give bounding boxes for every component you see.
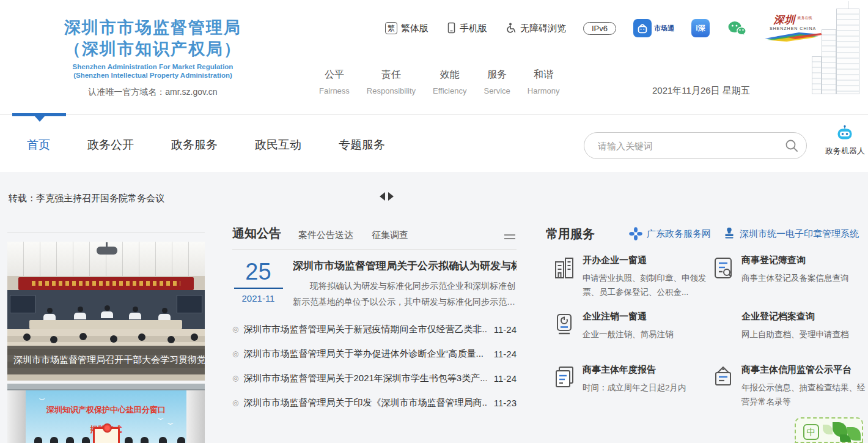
featured-date-rule xyxy=(234,288,283,289)
site-logo[interactable]: 深圳市市场监督管理局 （深圳市知识产权局） Shenzhen Administr… xyxy=(15,17,290,98)
search-box xyxy=(584,132,807,159)
value-efficiency: 效能 Efficiency xyxy=(433,69,466,95)
core-values-row: 公平 Fairness 责任 Responsibility 效能 Efficie… xyxy=(319,69,577,95)
value-responsibility: 责任 Responsibility xyxy=(367,69,416,95)
search-input[interactable] xyxy=(584,141,777,151)
notice-item[interactable]: ◎ 深圳市市场监督管理局关于2021年深圳市学生书包等3类产... 11-24 xyxy=(232,366,517,390)
signboard-icon xyxy=(712,365,734,409)
utility-bar: 繁 繁体版 手机版 无障碍浏览 IPv6 xyxy=(385,17,822,39)
bullet-icon: ◎ xyxy=(232,398,238,407)
ishenzhen-app-link[interactable]: i深 xyxy=(691,19,710,37)
ipv6-badge[interactable]: IPv6 xyxy=(583,22,616,35)
news-ticker[interactable]: 转载：李克强主持召开国务院常务会议 xyxy=(9,193,164,204)
notice-item[interactable]: ◎ 深圳市市场监督管理局关于新冠疫情期间全市仅经营乙类非... 11-24 xyxy=(232,317,517,341)
service-open-business[interactable]: 开办企业一窗通 申请营业执照、刻制印章、申领发票、员工参保登记、公积金... xyxy=(553,255,714,299)
page: 深圳市市场监督管理局 （深圳市知识产权局） Shenzhen Administr… xyxy=(0,0,868,443)
ishenzhen-app-icon: i深 xyxy=(691,19,710,37)
document-search-icon xyxy=(712,256,734,285)
site-title-cn-2: （深圳市知识产权局） xyxy=(15,39,290,60)
notice-item[interactable]: ◎ 深圳市市场监督管理局关于举办促进体外诊断企业“高质量... 11-24 xyxy=(232,341,517,366)
nav-item-gov-affairs[interactable]: 政务公开 xyxy=(87,137,134,153)
market-app-icon xyxy=(633,19,652,37)
current-date: 2021年11月26日 星期五 xyxy=(652,85,750,97)
service-deregistration[interactable]: 企业注销一窗通 企业一般注销、简易注销 xyxy=(553,311,714,341)
photo2-beam xyxy=(7,384,205,390)
report-icon xyxy=(553,365,575,395)
wechat-icon xyxy=(727,20,746,37)
photo2-plaque xyxy=(93,427,120,443)
notices-section: 通知公告 案件公告送达 征集调查 25 2021-11 深圳市市场监督管理局关于… xyxy=(232,225,517,415)
traditional-chinese-link[interactable]: 繁 繁体版 xyxy=(385,22,428,34)
featured-day: 25 xyxy=(232,259,284,285)
notices-more-icon[interactable] xyxy=(504,232,515,239)
floating-widget[interactable]: 中 xyxy=(795,417,863,443)
buildings-icon xyxy=(553,256,575,299)
photo2-banner-line1: 深圳知识产权保护中心盐田分窗口 xyxy=(26,404,186,415)
official-domain-note: 认准唯一官方域名：amr.sz.gov.cn xyxy=(15,87,290,98)
mobile-label: 手机版 xyxy=(460,23,487,34)
traditional-icon: 繁 xyxy=(385,22,397,34)
photo-projector xyxy=(97,247,117,255)
notices-title: 通知公告 xyxy=(232,225,281,242)
header: 深圳市市场监督管理局 （深圳市知识产权局） Shenzhen Administr… xyxy=(0,0,868,114)
market-app-label: 市场通 xyxy=(654,24,674,33)
search-icon[interactable] xyxy=(777,138,806,153)
value-service: 服务 Service xyxy=(484,69,510,95)
photo-carousel: 深圳市市场监督管理局召开干部大会学习贯彻党的十... ﹀ ﹀ ﹀ 深圳知识产权保… xyxy=(7,233,205,443)
site-title-en-1: Shenzhen Administration For Market Regul… xyxy=(15,62,290,71)
power-icon xyxy=(553,312,575,341)
ipv6-label: IPv6 xyxy=(583,22,616,35)
market-app-link[interactable]: 市场通 xyxy=(633,19,674,37)
nav-item-interaction[interactable]: 政民互动 xyxy=(255,137,301,153)
ticker-next-icon[interactable] xyxy=(388,192,394,201)
service-annual-report[interactable]: 商事主体年度报告 时间：成立周年之日起2月内 xyxy=(553,364,714,395)
nav-item-gov-services[interactable]: 政务服务 xyxy=(171,137,218,153)
services-title: 常用服务 xyxy=(546,226,595,242)
notices-divider xyxy=(232,249,517,250)
mobile-version-link[interactable]: 手机版 xyxy=(446,22,487,34)
gov-robot-entry[interactable]: 政务机器人 xyxy=(825,125,864,157)
wheelchair-icon xyxy=(504,22,517,34)
nav-item-home[interactable]: 首页 xyxy=(27,137,50,153)
main-nav: 首页 政务公开 政务服务 政民互动 专题服务 政务机器人 xyxy=(0,114,868,172)
site-title-en-2: (Shenzhen Intellectual Property Administ… xyxy=(15,71,290,80)
services-section: 常用服务 广东政务服务网 深圳市统一电子印章管理系统 xyxy=(546,225,859,437)
carousel-divider xyxy=(7,233,205,233)
bullet-icon: ◎ xyxy=(232,374,238,382)
service-registry-search[interactable]: 商事登记簿查询 商事主体登记及备案信息查询 xyxy=(712,255,868,285)
pinwheel-icon xyxy=(629,227,642,240)
link-guangdong-gov-service[interactable]: 广东政务服务网 xyxy=(629,227,711,240)
content-area: 转载：李克强主持召开国务院常务会议 xyxy=(0,172,868,443)
bullet-icon: ◎ xyxy=(232,325,238,333)
photo2-pillar-right xyxy=(186,390,205,443)
widget-zhong-label: 中 xyxy=(803,424,819,440)
shenzhen-gov-logo-cn: 深圳 xyxy=(774,15,796,25)
tab-surveys[interactable]: 征集调查 xyxy=(372,229,408,241)
wechat-link[interactable] xyxy=(727,20,746,37)
value-harmony: 和谐 Harmony xyxy=(528,69,560,95)
link-eseal-system[interactable]: 深圳市统一电子印章管理系统 xyxy=(723,228,859,240)
tab-case-announcements[interactable]: 案件公告送达 xyxy=(298,229,353,241)
bullet-icon: ◎ xyxy=(232,349,238,358)
carousel-caption[interactable]: 深圳市市场监督管理局召开干部大会学习贯彻党的十... xyxy=(7,346,205,374)
ticker-prev-icon[interactable] xyxy=(380,192,385,201)
accessibility-link[interactable]: 无障碍浏览 xyxy=(504,22,566,34)
featured-month: 2021-11 xyxy=(232,293,284,303)
active-tab-indicator xyxy=(12,113,66,116)
carousel-slide-1[interactable]: 深圳市市场监督管理局召开干部大会学习贯彻党的十... xyxy=(7,242,205,381)
building-sketch-graphic xyxy=(801,0,868,95)
nav-item-special-topics[interactable]: 专题服务 xyxy=(339,137,385,153)
photo2-pillar-left xyxy=(7,390,26,443)
featured-notice[interactable]: 25 2021-11 深圳市市场监督管理局关于公示拟确认为研发与标... 现将拟… xyxy=(232,259,517,310)
notice-item[interactable]: ◎ 深圳市市场监督管理局关于印发《深圳市市场监督管理局商... 11-23 xyxy=(232,390,517,415)
phone-icon xyxy=(446,22,457,34)
value-fairness: 公平 Fairness xyxy=(319,69,350,95)
traditional-label: 繁体版 xyxy=(401,23,428,34)
carousel-slide-2[interactable]: ﹀ ﹀ ﹀ 深圳知识产权保护中心盐田分窗口 揭牌仪式 xyxy=(7,384,205,443)
ticker-arrows xyxy=(380,192,394,201)
service-archive-search[interactable]: 企业登记档案查询 网上自助查档、受理申请查档 xyxy=(741,311,868,341)
featured-notice-datebox: 25 2021-11 xyxy=(232,259,284,310)
service-credit-platform[interactable]: 商事主体信用监管公示平台 年报公示信息、抽查检查结果、经营异常名录等 xyxy=(712,364,868,409)
featured-notice-title[interactable]: 深圳市市场监督管理局关于公示拟确认为研发与标... xyxy=(293,259,517,273)
photo-table xyxy=(29,320,182,329)
